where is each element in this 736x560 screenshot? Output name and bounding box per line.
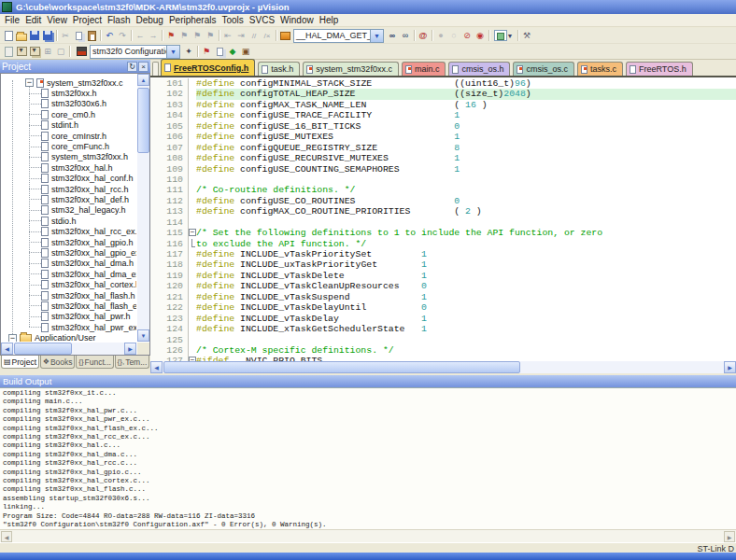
bookmark-prev-button[interactable]: ⚑ [177, 29, 191, 43]
tree-horizontal-scrollbar[interactable]: ◀ ▶ [1, 343, 136, 355]
tree-item-system_stm32f0xx.c[interactable]: −system_stm32f0xx.c [2, 77, 136, 88]
tree-item-stm32f0xx_hal_gpio_ex.h[interactable]: stm32f0xx_hal_gpio_ex.h [2, 247, 136, 258]
breakpoint-kill-button[interactable]: ◉ [474, 29, 487, 43]
configure-button[interactable]: ⚒ [520, 29, 533, 43]
scroll-down-icon[interactable]: ▼ [137, 329, 149, 342]
menu-file[interactable]: File [2, 15, 22, 25]
download-button[interactable] [75, 45, 88, 59]
tree-item-core_cm0.h[interactable]: core_cm0.h [2, 109, 136, 119]
scroll-left-icon[interactable]: ◀ [1, 343, 13, 355]
find-next-button[interactable]: ∞ [399, 29, 412, 43]
code-line-120[interactable]: 120#define INCLUDE_vTaskCleanUpResources… [150, 281, 736, 291]
code-line-106[interactable]: 106#define configUSE_MUTEXES 1 [150, 132, 736, 142]
code-line-104[interactable]: 104#define configUSE_TRACE_FACILITY 1 [150, 110, 736, 120]
tree-expander-icon[interactable]: − [25, 78, 34, 87]
indent-button[interactable]: ⇥ [234, 29, 248, 43]
code-line-119[interactable]: 119#define INCLUDE_vTaskDelete 1 [150, 271, 736, 281]
code-line-115[interactable]: 115−/* Set the following definitions to … [150, 228, 736, 238]
bookmark-clear-button[interactable]: ⚑ [204, 29, 217, 43]
close-button[interactable]: × [138, 62, 149, 72]
tree-item-stm32f0xx.h[interactable]: stm32f0xx.h [2, 88, 136, 98]
code-line-116[interactable]: 116to exclude the API function. */ [150, 239, 736, 249]
stop-build-button[interactable]: ▢ [54, 45, 67, 59]
code-line-124[interactable]: 124#define INCLUDE_xTaskGetSchedulerStat… [150, 324, 736, 334]
tree-item-stm32f0xx_hal_cortex.h[interactable]: stm32f0xx_hal_cortex.h [2, 279, 136, 289]
project-tree[interactable]: −system_stm32f0xx.cstm32f0xx.hstm32f030x… [0, 73, 150, 356]
debug-button[interactable]: ◆ [226, 45, 239, 59]
batch-build-button[interactable]: ⊞ [41, 45, 54, 59]
tree-item-stdint.h[interactable]: stdint.h [2, 120, 136, 131]
tree-item-stdio.h[interactable]: stdio.h [2, 216, 136, 226]
menu-edit[interactable]: Edit [22, 15, 44, 25]
code-editor[interactable]: 101#define configMINIMAL_STACK_SIZE ((ui… [150, 76, 736, 361]
target-select[interactable]: stm32f0 Configuration ▼ [90, 45, 180, 59]
scrollbar-thumb[interactable] [163, 361, 520, 373]
menu-window[interactable]: Window [277, 15, 317, 25]
code-line-102[interactable]: 102#define configTOTAL_HEAP_SIZE ((size_… [150, 89, 736, 99]
navigate-back-button[interactable]: ← [134, 29, 147, 43]
comment-button[interactable]: // [248, 29, 261, 43]
tree-item-stm32_hal_legacy.h[interactable]: stm32_hal_legacy.h [2, 205, 136, 216]
tree-item-stm32f0xx_hal_rcc.h[interactable]: stm32f0xx_hal_rcc.h [2, 184, 136, 194]
code-line-118[interactable]: 118#define INCLUDE_uxTaskPriorityGet 1 [150, 259, 736, 270]
editor-tab-tasks.c[interactable]: tasks.c [577, 62, 623, 76]
menu-flash[interactable]: Flash [105, 15, 133, 25]
tree-item-core_cmInstr.h[interactable]: core_cmInstr.h [2, 131, 136, 141]
scroll-left-icon[interactable]: ◀ [1, 531, 12, 542]
code-line-117[interactable]: 117#define INCLUDE_vTaskPrioritySet 1 [150, 249, 736, 259]
tree-item-stm32f0xx_hal_def.h[interactable]: stm32f0xx_hal_def.h [2, 194, 136, 204]
find-in-files-button[interactable]: @ [417, 29, 430, 43]
editor-tab-main.c[interactable]: main.c [402, 62, 446, 76]
editor-tab-system_stm32f0xx.c[interactable]: system_stm32f0xx.c [303, 62, 399, 76]
code-line-113[interactable]: 113#define configMAX_CO_ROUTINE_PRIORITI… [150, 206, 736, 217]
editor-horizontal-scrollbar[interactable]: ◀ ▶ [150, 361, 736, 373]
title-bar[interactable]: G:\cube\workspace\stm32f0\MDK-ARM\stm32f… [0, 0, 736, 14]
code-line-110[interactable]: 110 [150, 175, 736, 185]
tree-item-stm32f0xx_hal_flash_ex.h[interactable]: stm32f0xx_hal_flash_ex.h [2, 301, 136, 311]
new-file-button[interactable] [2, 29, 15, 43]
navigate-forward-button[interactable]: → [147, 29, 160, 43]
code-line-114[interactable]: 114 [150, 217, 736, 228]
target-options-button[interactable]: ✦ [182, 45, 195, 59]
chevron-down-icon[interactable]: ▼ [166, 46, 179, 58]
tree-item-stm32f0xx_hal.h[interactable]: stm32f0xx_hal.h [2, 162, 136, 173]
code-line-123[interactable]: 123#define INCLUDE_vTaskDelay 1 [150, 314, 736, 324]
file-extensions-button[interactable] [213, 45, 226, 59]
tree-item-stm32f030x6.h[interactable]: stm32f030x6.h [2, 99, 136, 109]
output-horizontal-scrollbar[interactable]: ◀ ▶ [0, 529, 736, 542]
code-line-109[interactable]: 109#define configUSE_COUNTING_SEMAPHORES… [150, 164, 736, 175]
uncomment-button[interactable]: /× [261, 29, 274, 43]
panel-tab-funct[interactable]: {}Funct... [76, 356, 113, 369]
code-line-101[interactable]: 101#define configMINIMAL_STACK_SIZE ((ui… [150, 78, 736, 89]
panel-tab-tem[interactable]: {},Tem... [115, 356, 149, 369]
scroll-right-icon[interactable]: ▶ [724, 531, 735, 542]
menu-svcs[interactable]: SVCS [247, 15, 277, 25]
code-line-126[interactable]: 126/* Cortex-M specific definitions. */ [150, 345, 736, 356]
tree-vertical-scrollbar[interactable]: ▲ ▼ [137, 74, 149, 342]
menu-debug[interactable]: Debug [133, 15, 165, 25]
menu-help[interactable]: Help [317, 15, 342, 25]
code-line-108[interactable]: 108#define configUSE_RECURSIVE_MUTEXES 1 [150, 153, 736, 163]
books-button[interactable] [278, 29, 291, 43]
menu-tools[interactable]: Tools [219, 15, 247, 25]
code-line-111[interactable]: 111/* Co-routine definitions. */ [150, 185, 736, 195]
translate-button[interactable] [2, 45, 15, 59]
scroll-right-icon[interactable]: ▶ [124, 343, 136, 355]
cut-button[interactable]: ✂ [59, 29, 72, 43]
tree-item-stm32f0xx_hal_pwr.h[interactable]: stm32f0xx_hal_pwr.h [2, 312, 136, 322]
window-layout-select[interactable]: ▼ [491, 29, 516, 43]
fold-icon[interactable]: − [189, 229, 196, 236]
paste-button[interactable] [85, 29, 98, 43]
scrollbar-thumb[interactable] [137, 88, 149, 153]
scroll-up-icon[interactable]: ▲ [137, 74, 149, 86]
find-combo[interactable]: __HAL_DMA_GET_FL ▼ [293, 29, 384, 43]
tree-item-stm32f0xx_hal_dma_ex.h[interactable]: stm32f0xx_hal_dma_ex.h [2, 269, 136, 279]
scrollbar-thumb[interactable] [14, 343, 72, 355]
build-output-panel[interactable]: compiling stm32f0xx_it.c...compiling mai… [0, 387, 736, 529]
tree-item-stm32f0xx_hal_rcc_ex.h[interactable]: stm32f0xx_hal_rcc_ex.h [2, 226, 136, 236]
undo-button[interactable]: ↶ [103, 29, 116, 43]
redo-button[interactable]: ↷ [116, 29, 129, 43]
menu-view[interactable]: View [44, 15, 70, 25]
bookmark-next-button[interactable]: ⚑ [191, 29, 204, 43]
editor-tab-cmsis_os.h[interactable]: cmsis_os.h [448, 62, 510, 76]
